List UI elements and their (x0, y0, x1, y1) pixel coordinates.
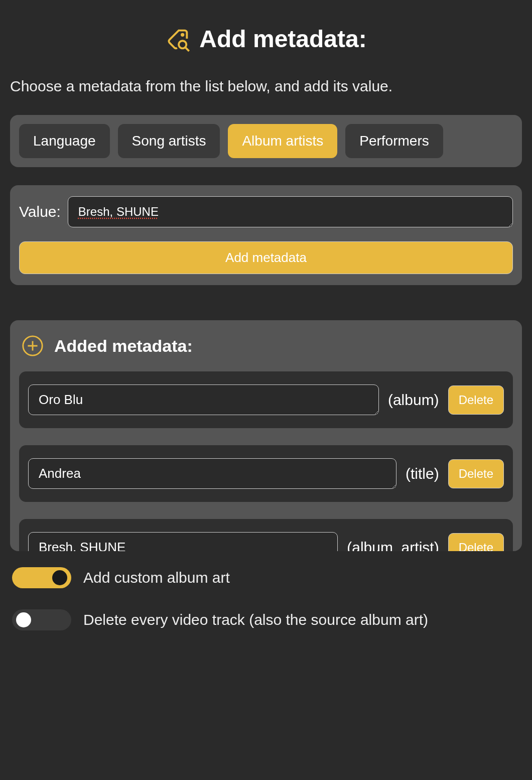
metadata-item-type: (album) (388, 392, 439, 409)
metadata-value-input[interactable] (68, 196, 513, 227)
tag-search-icon (165, 26, 191, 52)
metadata-item: (album) Delete (19, 371, 513, 428)
toggle-row-delete-video: Delete every video track (also the sourc… (12, 609, 520, 630)
toggle-knob (16, 612, 31, 627)
metadata-item-type: (album_artist) (347, 539, 439, 552)
tab-album-artists[interactable]: Album artists (228, 124, 337, 158)
plus-circle-icon (21, 334, 44, 357)
delete-button[interactable]: Delete (448, 385, 504, 415)
svg-point-0 (182, 34, 183, 35)
value-row: Value: (19, 196, 513, 227)
delete-button[interactable]: Delete (448, 533, 504, 552)
value-entry-panel: Value: Add metadata (10, 185, 522, 285)
metadata-item-value-input[interactable] (28, 458, 396, 489)
tab-song-artists[interactable]: Song artists (118, 124, 220, 158)
added-metadata-header: Added metadata: (19, 334, 513, 357)
added-metadata-title: Added metadata: (54, 336, 193, 356)
tab-performers[interactable]: Performers (345, 124, 443, 158)
toggle-knob (52, 570, 67, 585)
toggle-delete-video-track[interactable] (12, 609, 71, 630)
toggle-add-album-art[interactable] (12, 567, 71, 588)
added-metadata-panel: Added metadata: (album) Delete (title) D… (10, 320, 522, 551)
svg-point-1 (179, 41, 186, 48)
metadata-item-value-input[interactable] (28, 384, 379, 415)
toggle-row-album-art: Add custom album art (12, 567, 520, 588)
delete-button[interactable]: Delete (448, 459, 504, 488)
toggle-label: Add custom album art (83, 569, 230, 586)
metadata-item-type: (title) (406, 465, 439, 482)
page-subtitle: Choose a metadata from the list below, a… (0, 68, 532, 115)
value-label: Value: (19, 203, 61, 220)
add-metadata-button[interactable]: Add metadata (19, 241, 513, 274)
toggle-label: Delete every video track (also the sourc… (83, 611, 428, 628)
page-title: Add metadata: (199, 25, 366, 53)
metadata-type-tabs: Language Song artists Album artists Perf… (10, 115, 522, 167)
tab-language[interactable]: Language (19, 124, 110, 158)
svg-line-2 (186, 47, 189, 51)
metadata-item-value-input[interactable] (28, 532, 338, 551)
metadata-item: (album_artist) Delete (19, 519, 513, 551)
toggle-options: Add custom album art Delete every video … (0, 551, 532, 662)
page-header: Add metadata: (0, 0, 532, 68)
metadata-item: (title) Delete (19, 445, 513, 502)
